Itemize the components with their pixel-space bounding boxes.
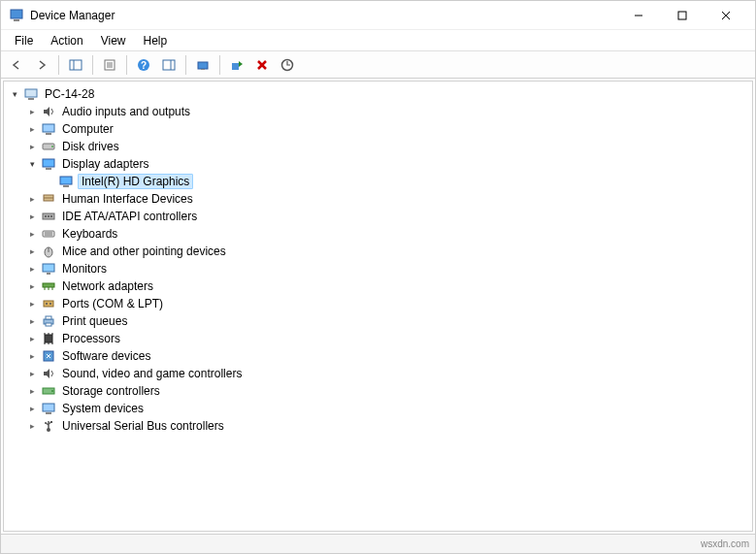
show-hide-tree-button[interactable] [64, 53, 87, 77]
tree-item-label: Keyboards [60, 227, 119, 241]
tree-item-label: IDE ATA/ATAPI controllers [60, 210, 199, 223]
chevron-right-icon[interactable]: ▸ [25, 314, 39, 328]
svg-rect-65 [43, 404, 54, 411]
svg-rect-30 [60, 177, 72, 184]
svg-rect-14 [163, 60, 175, 70]
tree-item-software[interactable]: ▸ Software devices [6, 347, 750, 365]
chevron-right-icon[interactable]: ▸ [25, 279, 39, 293]
back-button[interactable] [5, 53, 28, 77]
tree-item-processors[interactable]: ▸ Processors [6, 330, 750, 347]
svg-rect-55 [45, 335, 52, 342]
svg-rect-54 [46, 323, 51, 326]
svg-rect-38 [43, 231, 54, 237]
tree-item-keyboards[interactable]: ▸ Keyboards [6, 225, 750, 243]
tree-item-network[interactable]: ▸ Network adapters [6, 277, 750, 295]
tree-item-ide[interactable]: ▸ IDE ATA/ATAPI controllers [6, 208, 750, 225]
svg-rect-22 [25, 89, 37, 97]
enable-device-button[interactable] [225, 53, 248, 77]
help-button[interactable]: ? [132, 53, 155, 77]
tree-item-label: Computer [60, 122, 115, 136]
tree-item-label: Software devices [60, 349, 152, 363]
usb-icon [41, 418, 56, 434]
tree-item-display[interactable]: ▾ Display adapters [6, 155, 750, 173]
svg-point-51 [49, 303, 51, 305]
tree-item-print[interactable]: ▸ Print queues [6, 312, 750, 330]
chevron-down-icon[interactable]: ▾ [25, 157, 39, 171]
chevron-right-icon[interactable]: ▸ [25, 402, 39, 415]
software-icon [41, 348, 56, 364]
menu-view[interactable]: View [93, 32, 134, 49]
svg-rect-44 [47, 273, 50, 275]
chevron-right-icon[interactable]: ▸ [25, 244, 39, 258]
menu-file[interactable]: File [7, 32, 41, 49]
chevron-right-icon[interactable]: ▸ [25, 297, 39, 310]
chevron-right-icon[interactable]: ▸ [25, 192, 39, 206]
title-bar: Device Manager [1, 1, 755, 30]
tree-item-label: Storage controllers [60, 384, 162, 398]
forward-button[interactable] [30, 53, 53, 77]
tree-item-ports[interactable]: ▸ Ports (COM & LPT) [6, 295, 750, 312]
chevron-right-icon[interactable]: ▸ [25, 349, 39, 363]
tree-item-label: Display adapters [60, 157, 150, 171]
chevron-down-icon[interactable]: ▾ [8, 87, 21, 101]
tree-item-label: Mice and other pointing devices [60, 244, 228, 258]
tree-item-computer[interactable]: ▸ Computer [6, 120, 750, 138]
system-icon [41, 401, 56, 416]
tree-item-monitors[interactable]: ▸ Monitors [6, 260, 750, 277]
menu-help[interactable]: Help [136, 32, 176, 49]
properties-button[interactable] [98, 53, 121, 77]
svg-rect-25 [46, 133, 51, 135]
chevron-right-icon[interactable]: ▸ [25, 140, 39, 153]
window-title: Device Manager [30, 9, 115, 22]
tree-item-display-child[interactable]: Intel(R) HD Graphics [6, 173, 750, 190]
toolbar-separator [92, 55, 93, 75]
svg-point-50 [46, 303, 48, 305]
svg-rect-17 [201, 69, 205, 70]
svg-rect-35 [45, 215, 47, 217]
chevron-right-icon[interactable]: ▸ [25, 384, 39, 398]
chevron-right-icon[interactable]: ▸ [25, 227, 39, 241]
tree-item-system[interactable]: ▸ System devices [6, 400, 750, 417]
svg-rect-28 [43, 159, 54, 167]
display-adapter-icon [58, 174, 74, 189]
update-driver-button[interactable] [191, 53, 214, 77]
tree-item-label: Sound, video and game controllers [60, 367, 244, 380]
tree-item-mice[interactable]: ▸ Mice and other pointing devices [6, 243, 750, 260]
toolbar: ? [1, 51, 755, 79]
chevron-right-icon[interactable]: ▸ [25, 332, 39, 345]
close-button[interactable] [704, 1, 747, 30]
maximize-button[interactable] [660, 1, 704, 30]
tree-item-label: Universal Serial Bus controllers [60, 419, 226, 433]
menu-action[interactable]: Action [43, 32, 90, 49]
storage-icon [41, 383, 56, 399]
chevron-right-icon[interactable]: ▸ [25, 419, 39, 433]
tree-root[interactable]: ▾ PC-14-28 [6, 85, 750, 103]
chevron-right-icon[interactable]: ▸ [25, 122, 39, 136]
svg-rect-66 [46, 412, 51, 414]
chevron-right-icon[interactable]: ▸ [25, 367, 39, 380]
tree-item-sound[interactable]: ▸ Sound, video and game controllers [6, 365, 750, 382]
tree-item-usb[interactable]: ▸ Universal Serial Bus controllers [6, 417, 750, 435]
svg-rect-37 [50, 215, 52, 217]
chevron-right-icon[interactable]: ▸ [25, 262, 39, 276]
status-bar: wsxdn.com [1, 534, 755, 553]
tree-item-audio[interactable]: ▸ Audio inputs and outputs [6, 103, 750, 120]
svg-point-64 [51, 390, 53, 392]
chevron-right-icon[interactable]: ▸ [25, 105, 39, 118]
uninstall-device-button[interactable] [250, 53, 274, 77]
scan-hardware-button[interactable] [276, 53, 299, 77]
device-manager-icon [9, 8, 24, 23]
svg-rect-29 [46, 168, 51, 170]
tree-item-hid[interactable]: ▸ Human Interface Devices [6, 190, 750, 208]
action-pane-button[interactable] [157, 53, 181, 77]
tree-item-label-selected: Intel(R) HD Graphics [78, 174, 193, 189]
device-tree[interactable]: ▾ PC-14-28 ▸ Audio inputs and outputs ▸ … [3, 81, 753, 532]
tree-root-label: PC-14-28 [43, 87, 96, 101]
svg-point-69 [45, 422, 47, 424]
svg-rect-70 [50, 421, 52, 423]
chevron-right-icon[interactable]: ▸ [25, 210, 39, 223]
svg-rect-0 [11, 10, 22, 18]
tree-item-storage[interactable]: ▸ Storage controllers [6, 382, 750, 400]
tree-item-disk[interactable]: ▸ Disk drives [6, 138, 750, 155]
minimize-button[interactable] [616, 1, 660, 30]
